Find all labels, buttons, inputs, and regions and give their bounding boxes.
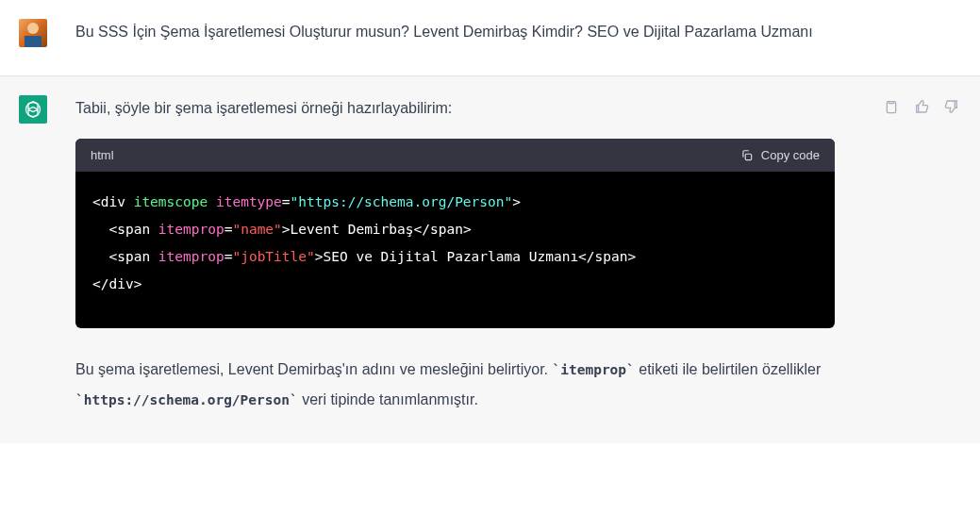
message-actions <box>882 95 961 415</box>
user-message-row: Bu SSS İçin Şema İşaretlemesi Oluşturur … <box>0 0 980 75</box>
code-header: html Copy code <box>75 139 835 172</box>
openai-icon <box>24 100 42 119</box>
user-message-text: Bu SSS İçin Şema İşaretlemesi Oluşturur … <box>75 19 914 45</box>
svg-rect-1 <box>745 154 751 159</box>
thumbs-up-icon <box>914 99 929 114</box>
inline-code-url: `https://schema.org/Person` <box>75 392 298 407</box>
assistant-message-content: Tabii, şöyle bir şema işaretlemesi örneğ… <box>75 95 882 415</box>
assistant-intro-text: Tabii, şöyle bir şema işaretlemesi örneğ… <box>75 95 835 122</box>
post-text-part1: Bu şema işaretlemesi, Levent Demirbaş'ın… <box>75 361 553 377</box>
assistant-avatar <box>19 95 47 124</box>
code-body: <div itemscope itemtype="https://schema.… <box>75 172 835 328</box>
copy-code-button[interactable]: Copy code <box>740 148 820 162</box>
clipboard-button[interactable] <box>882 97 901 116</box>
svg-rect-2 <box>889 102 893 104</box>
post-text-part3: veri tipinde tanımlanmıştır. <box>298 391 478 407</box>
user-message-content: Bu SSS İçin Şema İşaretlemesi Oluşturur … <box>75 19 961 47</box>
user-avatar <box>19 19 47 47</box>
clipboard-icon <box>884 99 899 114</box>
copy-icon <box>740 149 754 162</box>
thumbs-down-button[interactable] <box>942 97 961 116</box>
inline-code-itemprop: `itemprop` <box>553 362 635 377</box>
copy-code-label: Copy code <box>761 148 820 162</box>
assistant-message-row: Tabii, şöyle bir şema işaretlemesi örneğ… <box>0 75 980 443</box>
post-text-part2: etiketi ile belirtilen özellikler <box>635 361 821 377</box>
assistant-post-text: Bu şema işaretlemesi, Levent Demirbaş'ın… <box>75 355 835 415</box>
thumbs-up-button[interactable] <box>912 97 931 116</box>
thumbs-down-icon <box>944 99 959 114</box>
code-block: html Copy code <div itemscope itemtype="… <box>75 139 835 328</box>
code-language-label: html <box>91 148 114 162</box>
